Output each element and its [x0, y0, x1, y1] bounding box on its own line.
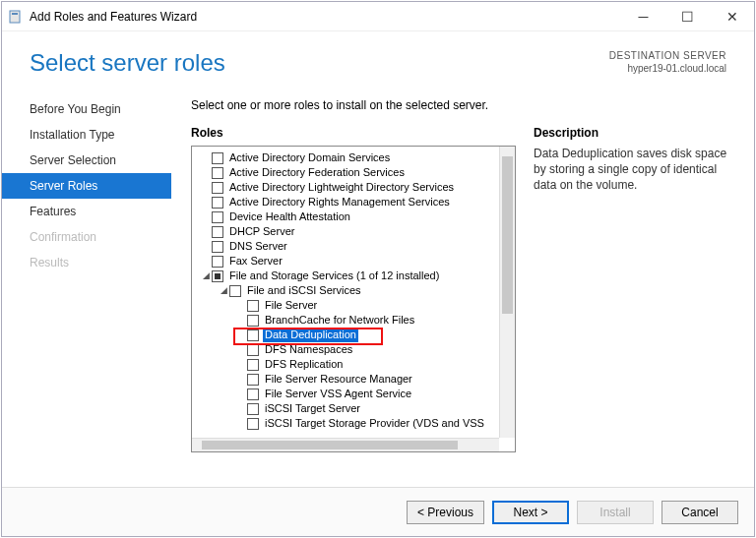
expand-arrow-icon[interactable]: ◢ — [200, 269, 212, 283]
role-label[interactable]: Device Health Attestation — [227, 209, 352, 224]
role-node[interactable]: ▶Active Directory Lightweight Directory … — [192, 180, 499, 195]
role-node[interactable]: ▶Data Deduplication — [192, 328, 499, 342]
role-node[interactable]: ▶File Server Resource Manager — [192, 372, 499, 387]
header: Select server roles DESTINATION SERVER h… — [2, 31, 754, 83]
role-label[interactable]: Active Directory Domain Services — [227, 150, 392, 165]
role-checkbox[interactable] — [247, 300, 259, 312]
role-checkbox[interactable] — [212, 211, 223, 223]
role-node[interactable]: ▶Device Health Attestation — [192, 209, 499, 224]
vertical-scrollbar[interactable] — [499, 147, 515, 438]
role-label[interactable]: DFS Replication — [263, 357, 345, 372]
instruction-text: Select one or more roles to install on t… — [191, 98, 740, 112]
role-node[interactable]: ▶Active Directory Rights Management Serv… — [192, 195, 499, 209]
role-checkbox[interactable] — [212, 152, 223, 164]
role-label[interactable]: File and iSCSI Services — [245, 283, 363, 298]
destination-info: DESTINATION SERVER hyper19-01.cloud.loca… — [609, 49, 726, 75]
wizard-window: Add Roles and Features Wizard ─ ☐ ✕ Sele… — [1, 1, 755, 537]
role-label[interactable]: iSCSI Target Server — [263, 401, 362, 416]
role-label[interactable]: Active Directory Lightweight Directory S… — [227, 180, 456, 195]
role-node[interactable]: ▶DHCP Server — [192, 224, 499, 239]
roles-heading: Roles — [191, 126, 516, 140]
nav-item-results: Results — [2, 250, 171, 275]
role-node[interactable]: ▶DFS Replication — [192, 357, 499, 372]
nav-item-installation-type[interactable]: Installation Type — [2, 122, 171, 148]
content-area: Select one or more roles to install on t… — [171, 83, 754, 487]
role-node[interactable]: ▶DNS Server — [192, 239, 499, 254]
role-node[interactable]: ▶BranchCache for Network Files — [192, 313, 499, 328]
close-button[interactable]: ✕ — [710, 2, 754, 31]
role-checkbox[interactable] — [247, 344, 259, 356]
role-label[interactable]: DNS Server — [227, 239, 289, 254]
role-checkbox[interactable] — [247, 389, 259, 400]
expand-arrow-icon[interactable]: ◢ — [218, 283, 229, 298]
install-button[interactable]: Install — [577, 501, 654, 524]
role-checkbox[interactable] — [212, 182, 223, 194]
role-node[interactable]: ▶iSCSI Target Storage Provider (VDS and … — [192, 416, 499, 431]
role-node[interactable]: ▶File Server VSS Agent Service — [192, 387, 499, 401]
role-node[interactable]: ▶File Server — [192, 298, 499, 313]
roles-tree: ▶Active Directory Domain Services▶Active… — [191, 146, 516, 452]
role-checkbox[interactable] — [212, 226, 223, 238]
role-node[interactable]: ▶DFS Namespaces — [192, 342, 499, 357]
nav-item-server-selection[interactable]: Server Selection — [2, 148, 171, 173]
role-label[interactable]: File Server VSS Agent Service — [263, 387, 413, 401]
role-label[interactable]: DHCP Server — [227, 224, 296, 239]
maximize-button[interactable]: ☐ — [665, 2, 710, 31]
page-title: Select server roles — [30, 49, 609, 77]
role-checkbox[interactable] — [247, 403, 259, 415]
role-node[interactable]: ▶Fax Server — [192, 254, 499, 269]
role-checkbox[interactable] — [229, 285, 241, 297]
next-button[interactable]: Next > — [492, 501, 569, 524]
role-checkbox[interactable] — [247, 359, 259, 371]
role-checkbox[interactable] — [212, 241, 223, 253]
role-node[interactable]: ◢File and Storage Services (1 of 12 inst… — [192, 269, 499, 283]
wizard-footer: < Previous Next > Install Cancel — [2, 487, 754, 536]
role-label[interactable]: BranchCache for Network Files — [263, 313, 416, 328]
role-label[interactable]: File Server Resource Manager — [263, 372, 414, 387]
role-checkbox[interactable] — [212, 167, 223, 179]
role-label[interactable]: File and Storage Services (1 of 12 insta… — [227, 269, 441, 283]
cancel-button[interactable]: Cancel — [662, 501, 738, 524]
role-label[interactable]: iSCSI Target Storage Provider (VDS and V… — [263, 416, 486, 431]
nav-item-confirmation: Confirmation — [2, 224, 171, 250]
main-area: Before You BeginInstallation TypeServer … — [2, 83, 754, 487]
window-title: Add Roles and Features Wizard — [30, 10, 197, 24]
svg-rect-0 — [10, 11, 20, 23]
destination-server: hyper19-01.cloud.local — [609, 62, 726, 75]
role-checkbox[interactable] — [212, 270, 223, 282]
nav-item-server-roles[interactable]: Server Roles — [2, 173, 171, 199]
role-label[interactable]: Fax Server — [227, 254, 284, 269]
role-label[interactable]: Active Directory Federation Services — [227, 165, 407, 180]
titlebar: Add Roles and Features Wizard ─ ☐ ✕ — [2, 2, 754, 31]
previous-button[interactable]: < Previous — [407, 501, 484, 524]
role-checkbox[interactable] — [247, 315, 259, 327]
horizontal-scrollbar[interactable] — [192, 438, 499, 451]
role-checkbox[interactable] — [247, 374, 259, 386]
wizard-nav: Before You BeginInstallation TypeServer … — [2, 83, 171, 487]
role-checkbox[interactable] — [212, 197, 223, 209]
nav-item-features[interactable]: Features — [2, 199, 171, 224]
role-node[interactable]: ▶iSCSI Target Server — [192, 401, 499, 416]
description-text: Data Deduplication saves disk space by s… — [534, 146, 734, 194]
app-icon — [8, 9, 24, 25]
role-node[interactable]: ▶Active Directory Federation Services — [192, 165, 499, 180]
role-node[interactable]: ▶Active Directory Domain Services — [192, 150, 499, 165]
role-node[interactable]: ◢File and iSCSI Services — [192, 283, 499, 298]
destination-label: DESTINATION SERVER — [609, 49, 726, 62]
role-label[interactable]: File Server — [263, 298, 319, 313]
nav-item-before-you-begin[interactable]: Before You Begin — [2, 96, 171, 122]
role-checkbox[interactable] — [247, 418, 259, 430]
description-heading: Description — [534, 126, 734, 140]
svg-rect-1 — [12, 13, 18, 15]
minimize-button[interactable]: ─ — [621, 2, 665, 31]
role-label[interactable]: Active Directory Rights Management Servi… — [227, 195, 452, 209]
role-checkbox[interactable] — [247, 329, 259, 341]
role-label[interactable]: Data Deduplication — [263, 328, 358, 342]
role-label[interactable]: DFS Namespaces — [263, 342, 354, 357]
role-checkbox[interactable] — [212, 256, 223, 268]
